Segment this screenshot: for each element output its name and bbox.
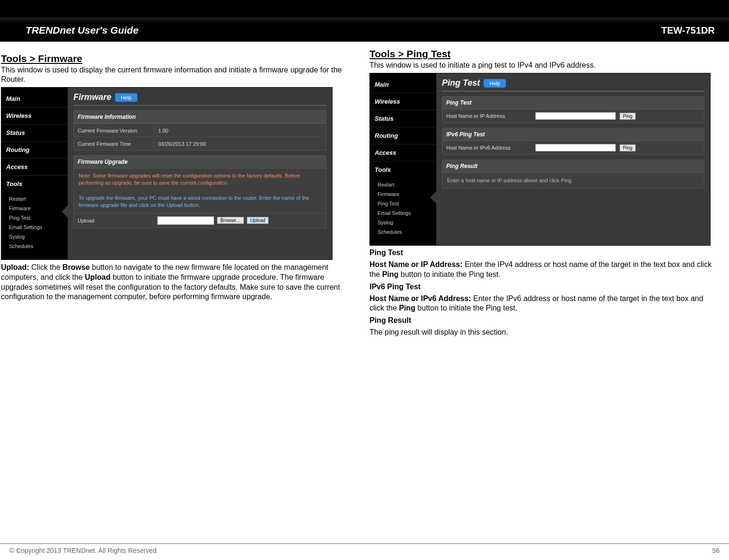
nav-access[interactable]: Access [370,144,436,161]
ping-ipv6-label: Host Name or IPv6 Address [446,145,531,151]
nav-status[interactable]: Status [370,110,436,127]
ping-ipv6-caption: Host Name or IPv6 Address: Enter the IPv… [369,294,719,314]
router-main-panel: Firmware Help Firmware Information Curre… [68,88,332,259]
cap-ipv6-text-b: button to initiate the Ping test. [415,304,517,312]
tools-submenu: Restart Firmware Ping Test Email Setting… [370,178,436,240]
divider [442,91,704,91]
browse-button[interactable]: Browse… [217,217,244,224]
firmware-info-panel: Firmware Information Current Firmware Ve… [73,110,326,151]
guide-title: TRENDnet User's Guide [26,25,138,36]
submenu-syslog[interactable]: Syslog [9,232,68,241]
value-firmware-time: 03/26/2013 17:29:00 [154,138,326,150]
nav-main[interactable]: Main [370,76,436,93]
label-firmware-version: Current Firmware Version [74,125,154,136]
cap-ipv4-label: Host Name or IP Address: [369,260,463,268]
router-main-panel: Ping Test Help Ping Test Host Name or IP… [436,73,710,245]
row-firmware-time: Current Firmware Time 03/26/2013 17:29:0… [74,137,326,150]
divider [73,105,326,106]
caption-browse-label: Browse [63,263,90,271]
nav-routing[interactable]: Routing [370,127,436,144]
upload-button[interactable]: Upload [247,217,269,224]
cap-ping-label: Ping [382,270,399,278]
column-firmware: Tools > Firmware This window is used to … [0,46,351,340]
sub-ping-test: Ping Test [369,249,719,257]
copyright-text: © Copyright 2013 TRENDnet. All Rights Re… [9,547,158,554]
caption-text-1: Click the [29,263,63,271]
firmware-caption: Upload: Click the Browse button to navig… [1,263,351,302]
upload-row: Upload Browse… Upload [74,213,326,228]
ping-ipv4-header: Ping Test [442,97,704,109]
sub-ipv6-test: IPv6 Ping Test [369,283,719,291]
page-number: 56 [712,547,720,554]
firmware-heading: Tools > Firmware [1,53,351,64]
nav-status[interactable]: Status [1,124,68,141]
cap-ipv6-label: Host Name or IPv6 Address: [369,294,471,302]
model-number: TEW-751DR [661,25,715,36]
content-columns: Tools > Firmware This window is used to … [0,42,729,340]
router-sidebar: Main Wireless Status Routing Access Tool… [370,73,436,245]
ping-ipv4-panel: Ping Test Host Name or IP Address Ping [442,96,704,123]
upload-label: Upload [78,218,154,223]
ping-ipv4-input[interactable] [535,112,616,120]
firmware-upgrade-panel: Firmware Upgrade Note: Some firmware upg… [73,155,326,228]
submenu-firmware[interactable]: Firmware [378,189,436,199]
cap-ipv4-text-b: button to initiate the Ping test. [398,270,500,278]
nav-wireless[interactable]: Wireless [370,93,436,110]
document-footer: © Copyright 2013 TRENDnet. All Rights Re… [0,543,729,554]
ping-ipv6-panel: IPv6 Ping Test Host Name or IPv6 Address… [442,128,704,155]
firmware-upgrade-header: Firmware Upgrade [74,156,326,169]
ping-ipv4-label: Host Name or IP Address [446,113,531,119]
nav-tools[interactable]: Tools [370,161,436,178]
nav-active-arrow-icon [430,191,437,204]
row-firmware-version: Current Firmware Version 1.00 [74,124,326,137]
ping-ipv4-button[interactable]: Ping [620,113,636,120]
submenu-syslog[interactable]: Syslog [378,218,436,227]
value-firmware-version: 1.00 [154,125,326,136]
submenu-email-settings[interactable]: Email Settings [9,222,68,232]
help-button[interactable]: Help [115,93,137,102]
nav-active-arrow-icon [62,205,68,218]
submenu-restart[interactable]: Restart [9,194,68,204]
submenu-firmware[interactable]: Firmware [9,204,68,213]
submenu-schedules[interactable]: Schedules [378,227,436,237]
firmware-info-header: Firmware Information [74,111,326,124]
upgrade-instruction-note: To upgrade the firmware, your PC must ha… [74,191,326,213]
submenu-restart[interactable]: Restart [378,180,436,189]
ping-description: This window is used to initiate a ping t… [369,61,719,70]
ping-result-panel: Ping Result Enter a host name or IP addr… [442,160,704,188]
ping-result-caption: The ping result will display in this sec… [369,328,719,338]
nav-tools[interactable]: Tools [1,175,68,192]
tools-submenu: Restart Firmware Ping Test Email Setting… [1,192,68,255]
firmware-description: This window is used to display the curre… [1,65,351,84]
submenu-schedules[interactable]: Schedules [9,241,68,251]
router-sidebar: Main Wireless Status Routing Access Tool… [1,88,68,259]
ping-ipv6-row: Host Name or IPv6 Address Ping [442,141,704,154]
submenu-email-settings[interactable]: Email Settings [378,208,436,218]
ping-ipv6-button[interactable]: Ping [620,144,636,151]
ping-result-text: Enter a host name or IP address above an… [442,173,704,188]
ping-heading: Tools > Ping Test [369,48,719,60]
caption-upload2-label: Upload [85,273,110,281]
label-firmware-time: Current Firmware Time [74,138,154,150]
submenu-ping-test[interactable]: Ping Test [9,213,68,222]
nav-main[interactable]: Main [1,90,68,107]
ping-ipv4-row: Host Name or IP Address Ping [442,109,704,123]
help-button[interactable]: Help [484,79,506,88]
column-ping: Tools > Ping Test This window is used to… [369,46,720,340]
firmware-screenshot: Main Wireless Status Routing Access Tool… [1,87,333,260]
firmware-file-input[interactable] [157,216,214,225]
nav-wireless[interactable]: Wireless [1,107,68,124]
caption-upload-label: Upload: [1,263,29,271]
router-page-title: Firmware [73,92,111,102]
nav-routing[interactable]: Routing [1,141,68,158]
nav-access[interactable]: Access [1,158,68,175]
ping-ipv6-input[interactable] [535,144,616,151]
ping-screenshot: Main Wireless Status Routing Access Tool… [369,73,711,246]
ping-ipv4-caption: Host Name or IP Address: Enter the IPv4 … [369,260,719,280]
router-page-title: Ping Test [442,78,480,88]
submenu-ping-test[interactable]: Ping Test [378,199,436,208]
ping-ipv6-header: IPv6 Ping Test [442,128,704,141]
upgrade-warning-note: Note: Some firmware upgrades will reset … [74,169,326,191]
sub-result: Ping Result [369,316,719,325]
document-header: TRENDnet User's Guide TEW-751DR [0,0,729,42]
